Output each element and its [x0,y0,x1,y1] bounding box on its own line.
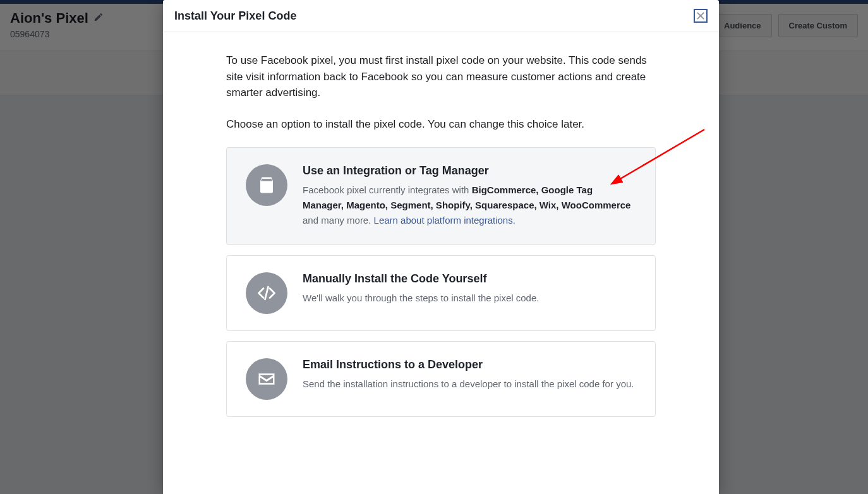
code-icon [246,272,287,314]
desc-suffix: and many more. [303,215,374,226]
modal-title: Install Your Pixel Code [174,9,296,23]
desc-prefix: Facebook pixel currently integrates with [303,184,472,195]
option-integration-body: Use an Integration or Tag Manager Facebo… [303,164,636,228]
envelope-icon [246,358,287,400]
option-manual-body: Manually Install the Code Yourself We'll… [303,272,636,314]
option-manual[interactable]: Manually Install the Code Yourself We'll… [226,255,656,331]
option-integration-desc: Facebook pixel currently integrates with… [303,183,636,228]
intro-text: To use Facebook pixel, you must first in… [226,52,656,101]
option-manual-title: Manually Install the Code Yourself [303,272,636,286]
svg-line-2 [265,287,268,299]
option-email[interactable]: Email Instructions to a Developer Send t… [226,341,656,417]
option-integration[interactable]: Use an Integration or Tag Manager Facebo… [226,147,656,245]
modal-body: To use Facebook pixel, you must first in… [163,32,719,427]
learn-integrations-link[interactable]: Learn about platform integrations. [374,215,515,226]
option-manual-desc: We'll walk you through the steps to inst… [303,291,636,306]
shopping-bag-icon [246,164,287,206]
install-pixel-modal: Install Your Pixel Code To use Facebook … [163,0,719,494]
option-email-title: Email Instructions to a Developer [303,358,636,371]
choose-text: Choose an option to install the pixel co… [226,116,656,133]
option-email-desc: Send the installation instructions to a … [303,377,636,392]
modal-header: Install Your Pixel Code [163,0,719,32]
option-integration-title: Use an Integration or Tag Manager [303,164,636,178]
option-email-body: Email Instructions to a Developer Send t… [303,358,636,400]
close-icon[interactable] [694,9,708,23]
